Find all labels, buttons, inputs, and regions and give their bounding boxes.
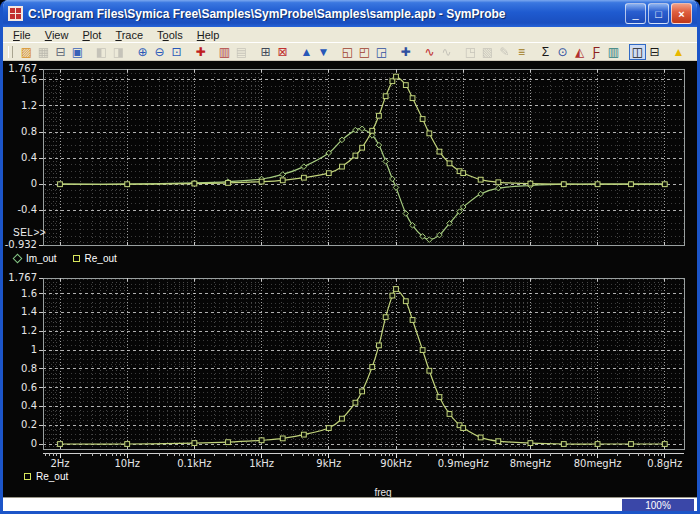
square-marker-icon — [259, 179, 264, 184]
y-tick-label: 0.2 — [21, 419, 37, 430]
copy-window-icon[interactable]: ◰ — [356, 44, 373, 60]
sum-icon[interactable]: Σ — [537, 44, 554, 60]
x-tick-label: 0.9megHz — [438, 458, 489, 469]
menu-item-tools[interactable]: Tools — [150, 29, 190, 41]
square-marker-icon — [461, 426, 466, 431]
square-marker-icon — [478, 177, 483, 182]
square-marker-icon — [353, 153, 358, 158]
square-marker-icon — [125, 442, 130, 447]
zoom-region-icon[interactable]: ⊡ — [168, 44, 185, 60]
y-tick-label: -0.932 — [5, 239, 37, 250]
square-marker-icon — [259, 438, 264, 443]
edit-icon: ✎ — [496, 44, 513, 60]
x-tick-label: 8megHz — [510, 458, 551, 469]
zoom-out-icon[interactable]: ⊖ — [151, 44, 168, 60]
legend-item-re_out[interactable]: Re_out — [73, 253, 117, 264]
sel-indicator: SEL>> — [13, 227, 46, 238]
print-icon[interactable]: ⊟ — [52, 44, 69, 60]
square-marker-icon — [280, 436, 285, 441]
split-vertical-icon[interactable]: ◫ — [629, 44, 646, 60]
x-tick-label: 2Hz — [50, 458, 69, 469]
square-marker-icon — [528, 441, 533, 446]
square-marker-icon — [340, 164, 345, 169]
menu-item-help[interactable]: Help — [190, 29, 227, 41]
menu-item-file[interactable]: File — [6, 29, 38, 41]
square-marker-icon — [561, 182, 566, 187]
measure-icon[interactable]: ≡ — [513, 44, 530, 60]
square-marker-icon — [226, 440, 231, 445]
square-marker-icon — [326, 171, 331, 176]
square-marker-icon — [496, 180, 501, 185]
histogram-icon[interactable]: ▥ — [605, 44, 622, 60]
square-marker-icon — [420, 117, 425, 122]
square-marker-icon — [629, 182, 634, 187]
app-window: C:\Program Files\Symica Free\Samples\Sym… — [0, 0, 700, 514]
square-marker-icon — [403, 299, 408, 304]
menu-item-plot[interactable]: Plot — [75, 29, 108, 41]
close-button[interactable]: × — [671, 3, 692, 24]
open-file-icon[interactable]: ▨ — [18, 44, 35, 60]
plots-canvas[interactable]: 1.7671.61.20.80.40-0.4-0.9321.7671.61.41… — [3, 61, 697, 497]
split-horizontal-icon[interactable]: ⊟ — [646, 44, 663, 60]
warning-icon[interactable]: ▲ — [670, 44, 687, 60]
square-marker-icon — [125, 182, 130, 187]
top-plot[interactable]: 1.7671.61.20.80.40-0.4-0.932 — [5, 63, 684, 250]
square-marker-icon — [301, 175, 306, 180]
y-tick-label: 1.2 — [21, 100, 37, 111]
app-icon[interactable] — [8, 6, 23, 21]
prev-plot-icon: ◧ — [93, 44, 110, 60]
square-marker-icon — [301, 432, 306, 437]
square-marker-icon — [370, 128, 375, 133]
window-settings-icon[interactable]: ◲ — [373, 44, 390, 60]
diamond-marker-icon — [359, 126, 365, 132]
filter-trace-icon[interactable]: ▼ — [315, 44, 332, 60]
y-tick-label: 0.8 — [21, 363, 37, 374]
bottom-plot[interactable]: 1.7671.61.41.210.80.60.40.20 — [8, 272, 684, 449]
status-bar: 100% — [3, 497, 697, 514]
zoom-in-icon[interactable]: ⊕ — [134, 44, 151, 60]
copy-icon: ◳ — [462, 44, 479, 60]
square-marker-icon — [326, 426, 331, 431]
minimize-button[interactable]: _ — [625, 3, 646, 24]
x-tick-label: 10Hz — [114, 458, 140, 469]
square-marker-icon — [192, 441, 197, 446]
probe-cursor-icon[interactable]: ✚ — [192, 44, 209, 60]
copy-plot-icon[interactable]: ◱ — [339, 44, 356, 60]
fft-icon[interactable]: Ƒ — [588, 44, 605, 60]
legend-item-im_out[interactable]: Im_out — [14, 253, 57, 264]
pan-move-icon[interactable]: ✚ — [397, 44, 414, 60]
menu-item-view[interactable]: View — [38, 29, 76, 41]
square-marker-icon — [478, 435, 483, 440]
diamond-marker-icon — [13, 254, 23, 264]
square-marker-icon — [370, 365, 375, 370]
horizontal-marker-icon: ▤ — [233, 44, 250, 60]
x-tick-label: 0.1kHz — [177, 458, 211, 469]
legend-label: Re_out — [85, 253, 117, 264]
y-tick-label: 1.6 — [21, 74, 37, 85]
title-bar[interactable]: C:\Program Files\Symica Free\Samples\Sym… — [3, 0, 697, 27]
plot-window-icon[interactable]: ⊞ — [257, 44, 274, 60]
y-tick-label: 1.767 — [8, 63, 37, 74]
export-trace-icon[interactable]: ▲ — [298, 44, 315, 60]
toolbar: ▨▦⊟▣◧◨⊕⊖⊡✚▥▤⊞⊠▲▼◱◰◲✚∿∿◳▧✎≡Σ⊙◭Ƒ▥◫⊟▲ — [3, 42, 697, 61]
toolbar-gripper[interactable] — [8, 46, 13, 58]
y-tick-label: -0.4 — [17, 204, 37, 215]
y-tick-label: 1.767 — [8, 272, 37, 283]
legend-item-re_out[interactable]: Re_out — [24, 471, 68, 482]
maximize-button[interactable]: □ — [648, 3, 669, 24]
y-tick-label: 1.6 — [21, 288, 37, 299]
maximize-icon: □ — [655, 8, 662, 20]
square-marker-icon — [226, 181, 231, 186]
diamond-marker-icon — [383, 159, 389, 165]
delete-trace-icon[interactable]: ⊠ — [274, 44, 291, 60]
plot-client-area: 1.7671.61.20.80.40-0.4-0.9321.7671.61.41… — [3, 61, 697, 497]
y-tick-label: 1 — [31, 344, 37, 355]
square-marker-icon — [192, 181, 197, 186]
spectrum-icon[interactable]: ◭ — [571, 44, 588, 60]
menu-item-trace[interactable]: Trace — [108, 29, 150, 41]
save-plot-icon[interactable]: ▣ — [69, 44, 86, 60]
square-marker-icon — [377, 343, 382, 348]
trace-properties-icon[interactable]: ∿ — [421, 44, 438, 60]
evaluate-icon[interactable]: ⊙ — [554, 44, 571, 60]
vertical-marker-icon[interactable]: ▥ — [216, 44, 233, 60]
